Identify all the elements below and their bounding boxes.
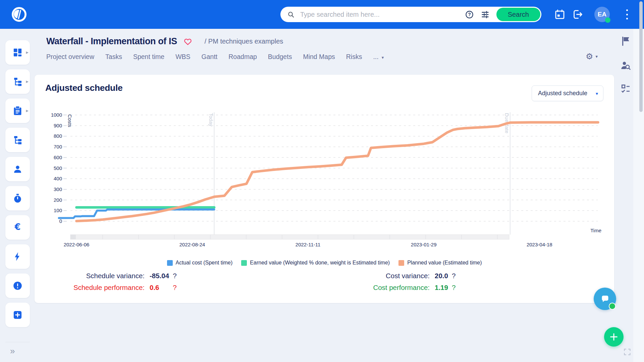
search-icon xyxy=(287,11,295,18)
adjusted-schedule-card: Adjusted schedule Adjusted schedule ▾ 01… xyxy=(35,75,614,303)
avatar-initials: EA xyxy=(598,11,606,18)
flag-icon[interactable] xyxy=(620,36,631,47)
cost-variance-label: Cost variance: xyxy=(366,272,430,280)
svg-text:100: 100 xyxy=(54,207,62,213)
avatar[interactable]: EA xyxy=(594,7,610,22)
legend-item[interactable]: Actual cost (Spent time) xyxy=(167,260,233,266)
chart-legend: Actual cost (Spent time)Earned value (We… xyxy=(35,260,614,266)
tasklist-clipboard-icon xyxy=(12,106,23,116)
flyout-arrow-icon: ▸ xyxy=(26,108,29,114)
sidebar-button-wbs-tree[interactable] xyxy=(5,128,30,152)
tab-roadmap[interactable]: Roadmap xyxy=(228,53,257,61)
add-square-icon xyxy=(12,310,23,320)
svg-text:400: 400 xyxy=(54,176,62,181)
tab-tasks[interactable]: Tasks xyxy=(105,53,122,61)
cost-variance-help[interactable]: ? xyxy=(452,272,455,280)
legend-label: Actual cost (Spent time) xyxy=(176,260,233,266)
tab-spent-time[interactable]: Spent time xyxy=(133,53,164,61)
sidebar-button-user[interactable] xyxy=(5,157,30,181)
schedule-performance-label: Schedule performance: xyxy=(68,284,145,292)
tab-mind-maps[interactable]: Mind Maps xyxy=(303,53,335,61)
svg-text:Costs: Costs xyxy=(67,114,73,127)
tab-project-overview[interactable]: Project overview xyxy=(46,53,94,61)
schedule-variance-help[interactable]: ? xyxy=(173,272,176,280)
legend-label: Earned value (Weighted % done, weight is… xyxy=(250,260,390,266)
sidebar-button-alert[interactable] xyxy=(5,274,30,298)
sidebar-button-bolt[interactable] xyxy=(5,244,30,269)
plus-icon xyxy=(609,332,619,342)
sidebar-button-add-square[interactable] xyxy=(5,303,30,327)
legend-swatch xyxy=(398,260,404,266)
export-icon[interactable] xyxy=(572,9,584,20)
tab-overflow[interactable]: ...▾ xyxy=(373,53,384,61)
svg-text:600: 600 xyxy=(54,155,62,160)
sidebar-button-stopwatch[interactable] xyxy=(5,186,30,210)
svg-text:200: 200 xyxy=(54,197,62,203)
sidebar-button-dashboard[interactable]: ▸ xyxy=(5,40,30,65)
legend-item[interactable]: Planned value (Estimated time) xyxy=(398,260,482,266)
flyout-arrow-icon: ▸ xyxy=(26,49,29,55)
cost-variance-value: 20.0 xyxy=(435,272,448,280)
help-icon[interactable]: ? xyxy=(465,10,474,19)
sidebar-button-tasklist-clipboard[interactable]: ▸ xyxy=(5,99,30,123)
schedule-metrics: Schedule variance: -85.04 ? Schedule per… xyxy=(68,272,177,292)
svg-text:900: 900 xyxy=(54,123,62,128)
svg-text:0: 0 xyxy=(59,218,62,224)
tab-budgets[interactable]: Budgets xyxy=(268,53,292,61)
add-new-button[interactable] xyxy=(604,327,624,347)
legend-swatch xyxy=(167,260,173,266)
dashboard-icon xyxy=(12,47,23,58)
top-bar: ? Search EA xyxy=(0,0,644,29)
legend-item[interactable]: Earned value (Weighted % done, weight is… xyxy=(241,260,390,266)
sidebar-button-euro[interactable]: € xyxy=(5,215,30,240)
svg-text:2023-01-29: 2023-01-29 xyxy=(411,242,437,247)
legend-label: Planned value (Estimated time) xyxy=(407,260,482,266)
svg-text:700: 700 xyxy=(54,144,62,149)
project-tree-icon xyxy=(12,76,23,87)
app-root: ? Search EA ▸▸▸€ xyxy=(0,0,644,362)
sidebar-collapse-button[interactable]: » xyxy=(10,346,15,356)
tab-gantt[interactable]: Gantt xyxy=(202,53,218,61)
user-search-icon[interactable] xyxy=(620,60,631,71)
schedule-performance-help[interactable]: ? xyxy=(173,284,176,292)
chat-bubble-icon xyxy=(600,294,610,304)
page-scrollbar[interactable] xyxy=(639,1,643,112)
app-logo-icon[interactable] xyxy=(10,5,28,23)
cost-performance-help[interactable]: ? xyxy=(452,284,455,292)
tab-wbs[interactable]: WBS xyxy=(175,53,190,61)
fullscreen-icon[interactable] xyxy=(623,348,631,356)
svg-text:2022-11-11: 2022-11-11 xyxy=(296,242,321,247)
chat-button[interactable] xyxy=(594,288,616,310)
svg-text:2022-06-06: 2022-06-06 xyxy=(64,242,90,247)
search-button[interactable]: Search xyxy=(496,8,540,21)
chevron-down-icon: ▾ xyxy=(382,55,384,60)
project-nav-tabs: Project overviewTasksSpent timeWBSGanttR… xyxy=(46,53,384,61)
bolt-icon xyxy=(12,251,23,262)
breadcrumb[interactable]: / PM techniques examples xyxy=(205,38,283,45)
calendar-icon[interactable] xyxy=(554,9,566,20)
search-input[interactable] xyxy=(300,10,465,19)
checklist-icon[interactable] xyxy=(620,83,631,95)
more-menu-icon[interactable] xyxy=(625,9,629,19)
favorite-heart-icon[interactable] xyxy=(183,37,193,46)
cost-performance-label: Cost performance: xyxy=(366,284,430,292)
flyout-arrow-icon: ▸ xyxy=(26,78,29,84)
schedule-variance-value: -85.04 xyxy=(150,272,169,280)
svg-text:800: 800 xyxy=(54,133,62,139)
evm-chart[interactable]: 01002003004005006007008009001000CostsTod… xyxy=(35,75,614,249)
search-filters-icon[interactable] xyxy=(481,10,490,19)
svg-text:?: ? xyxy=(468,12,471,17)
project-settings[interactable]: ⚙ ▾ xyxy=(586,52,598,61)
schedule-variance-label: Schedule variance: xyxy=(68,272,145,280)
svg-text:1000: 1000 xyxy=(51,112,62,118)
gear-icon: ⚙ xyxy=(586,52,593,61)
cost-metrics: Cost variance: 20.0 ? Cost performance: … xyxy=(366,272,455,292)
chat-online-dot xyxy=(609,303,616,310)
legend-swatch xyxy=(241,260,247,266)
svg-text:300: 300 xyxy=(54,186,62,192)
wbs-tree-icon xyxy=(12,135,23,145)
sidebar-button-project-tree[interactable]: ▸ xyxy=(5,69,30,94)
stopwatch-icon xyxy=(12,193,23,203)
svg-text:2023-04-18: 2023-04-18 xyxy=(527,242,552,247)
tab-risks[interactable]: Risks xyxy=(346,53,362,61)
